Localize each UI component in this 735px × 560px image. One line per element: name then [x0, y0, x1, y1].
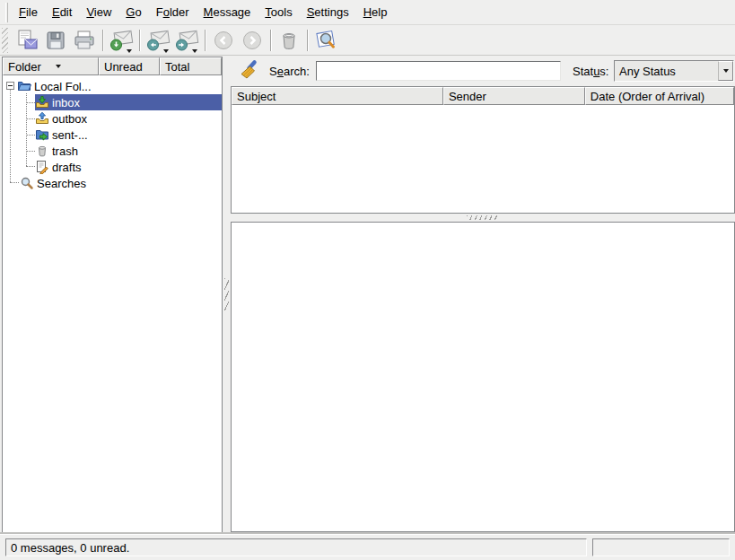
folder-item-drafts[interactable]: drafts	[35, 159, 222, 175]
label-part: G	[126, 5, 135, 19]
menu-tools[interactable]: Tools	[258, 2, 299, 22]
new-message-button[interactable]	[13, 27, 41, 55]
menu-help[interactable]: Help	[356, 2, 395, 22]
menu-file[interactable]: File	[12, 2, 45, 22]
sort-arrow-icon	[56, 65, 61, 68]
tree-connector	[26, 93, 27, 166]
column-header-subject[interactable]: Subject	[232, 87, 443, 105]
status-filter-select[interactable]: Any Status	[614, 60, 734, 82]
status-filter-value: Any Status	[615, 65, 718, 78]
search-bar: Search: Status: Any Status	[231, 56, 735, 86]
vertical-splitter[interactable]	[223, 56, 231, 533]
menu-go[interactable]: Go	[118, 2, 148, 22]
label-part: E	[52, 5, 60, 19]
chevron-down-icon	[163, 49, 169, 53]
statusbar-text: 0 messages, 0 unread.	[11, 541, 129, 555]
label-part: ettings	[314, 5, 348, 19]
toolbar-separator	[270, 30, 271, 51]
folder-label: sent-...	[52, 128, 88, 142]
message-list: Subject Sender Date (Order of Arrival)	[231, 86, 735, 214]
label-part: dit	[60, 5, 73, 19]
trash-icon	[35, 144, 49, 158]
label-part: lder	[170, 5, 189, 19]
outbox-icon	[35, 111, 49, 126]
menu-settings[interactable]: Settings	[300, 2, 356, 22]
column-header-date[interactable]: Date (Order of Arrival)	[585, 87, 734, 105]
main-toolbar	[0, 26, 735, 56]
column-header-sender[interactable]: Sender	[443, 87, 585, 105]
find-messages-button[interactable]	[311, 27, 340, 55]
column-label: Folder	[8, 60, 41, 74]
folder-item-inbox[interactable]: inbox	[35, 94, 222, 110]
forward-button[interactable]	[172, 27, 201, 55]
folder-item-trash[interactable]: trash	[35, 143, 222, 159]
column-header-total[interactable]: Total	[160, 57, 222, 75]
menu-view[interactable]: View	[79, 2, 118, 22]
statusbar: 0 messages, 0 unread.	[0, 534, 735, 560]
label-part: F	[19, 5, 26, 19]
label-part: elp	[372, 5, 387, 19]
tree-connector	[10, 90, 11, 182]
menubar-drag-handle[interactable]	[5, 3, 8, 22]
label-part: o	[163, 5, 170, 19]
inbox-icon	[35, 95, 49, 109]
menu-edit[interactable]: Edit	[45, 2, 79, 22]
folder-list-header: Folder Unread Total	[3, 57, 222, 75]
sent-folder-icon	[35, 127, 49, 142]
column-label: Unread	[104, 60, 143, 74]
menu-message[interactable]: Message	[197, 2, 258, 22]
column-label: Date (Order of Arrival)	[591, 90, 704, 103]
column-header-folder[interactable]: Folder	[3, 57, 99, 75]
trash-icon	[278, 30, 300, 51]
folder-item-local-folders[interactable]: Local Fol...	[17, 78, 222, 94]
trash-button[interactable]	[275, 27, 303, 55]
folder-label: drafts	[52, 161, 82, 174]
message-list-body[interactable]	[232, 105, 734, 213]
status-label: Status:	[573, 56, 608, 86]
horizontal-splitter[interactable]	[231, 214, 735, 222]
label-part: s:	[599, 65, 608, 78]
go-back-button[interactable]	[209, 27, 238, 55]
message-preview-pane[interactable]	[231, 222, 735, 532]
label-part: arch:	[284, 65, 310, 78]
column-label: Sender	[449, 90, 486, 103]
folder-item-sent[interactable]: sent-...	[35, 127, 222, 143]
folder-label: outbox	[52, 112, 87, 126]
save-button[interactable]	[41, 27, 70, 55]
tree-connector	[26, 118, 35, 119]
label-part: V	[86, 5, 93, 19]
check-mail-button[interactable]	[107, 27, 136, 55]
column-header-unread[interactable]: Unread	[99, 57, 160, 75]
toolbar-drag-handle[interactable]	[2, 28, 8, 53]
folder-tree: Local Fol... inbox outbox sent-...	[3, 75, 222, 532]
folder-item-searches[interactable]: Searches	[20, 175, 222, 191]
tree-connector	[26, 135, 35, 136]
combo-arrow-button[interactable]	[718, 61, 733, 81]
folder-item-outbox[interactable]: outbox	[35, 110, 222, 127]
folder-pane: Folder Unread Total Local Fol...	[2, 57, 223, 533]
folder-label: Searches	[37, 177, 86, 190]
statusbar-message: 0 messages, 0 unread.	[5, 538, 587, 556]
save-icon	[45, 30, 66, 51]
tree-connector	[26, 151, 35, 152]
menu-folder[interactable]: Folder	[149, 2, 197, 22]
splitter-grip	[224, 278, 229, 311]
column-label: Total	[165, 60, 189, 74]
folder-open-icon	[17, 79, 31, 93]
label-part: iew	[94, 5, 112, 19]
label-part: ools	[271, 5, 293, 19]
chevron-down-icon	[192, 49, 197, 53]
reply-button[interactable]	[144, 27, 172, 55]
search-input[interactable]	[316, 61, 561, 81]
drafts-icon	[35, 160, 49, 174]
label-part: ile	[26, 5, 38, 19]
toolbar-separator	[307, 30, 308, 51]
label-part: F	[156, 5, 163, 19]
tree-expander[interactable]	[6, 82, 14, 90]
clear-search-button[interactable]	[236, 56, 265, 86]
menubar: File Edit View Go Folder Message Tools S…	[0, 0, 735, 25]
go-forward-button[interactable]	[238, 27, 267, 55]
tree-connector	[10, 182, 19, 183]
find-messages-icon	[313, 29, 338, 52]
print-button[interactable]	[70, 27, 99, 55]
